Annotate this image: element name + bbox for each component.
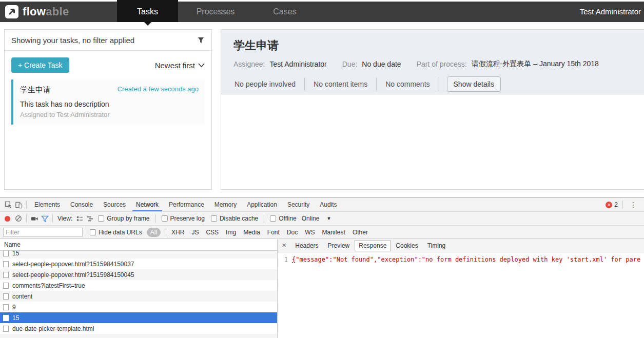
network-filter-icon[interactable] (40, 213, 50, 224)
comments-badge: No comments (384, 80, 431, 88)
type-filter-ws[interactable]: WS (301, 229, 318, 236)
name-column-header[interactable]: Name (0, 239, 277, 251)
flowable-logo[interactable]: flowable (5, 5, 69, 18)
task-assignment: Assigned to Test Administrator (20, 111, 199, 118)
response-body: 1 {"message":"Not found","exception":"no… (278, 252, 644, 338)
divider (26, 214, 27, 223)
assignee-value[interactable]: Test Administrator (269, 60, 326, 68)
show-details-button[interactable]: Show details (447, 76, 501, 92)
filter-funnel-icon[interactable] (197, 36, 205, 44)
hide-data-urls-label: Hide data URLs (99, 229, 142, 236)
due-value[interactable]: No due date (362, 60, 401, 68)
sort-dropdown[interactable]: Newest first (155, 61, 205, 70)
sort-label: Newest first (155, 61, 195, 70)
offline-label: Offline (279, 215, 296, 222)
devtools-tab-elements[interactable]: Elements (31, 198, 64, 211)
error-count-badge[interactable]: ✕ 2 (606, 201, 618, 208)
nav-tab-tasks[interactable]: Tasks (117, 0, 178, 22)
type-filter-media[interactable]: Media (240, 229, 264, 236)
hide-data-urls-checkbox[interactable]: Hide data URLs (90, 229, 142, 236)
record-icon[interactable] (5, 216, 10, 222)
checkbox-icon (98, 215, 104, 222)
assignee-label: Assignee: (233, 60, 265, 68)
top-nav: flowable Tasks Processes Cases Test Admi… (0, 2, 644, 22)
devtools-tab-application[interactable]: Application (243, 198, 281, 211)
task-list-item[interactable]: 学生申请 Created a few seconds ago This task… (11, 79, 205, 125)
preserve-log-checkbox[interactable]: Preserve log (162, 215, 205, 222)
process-label: Part of process: (417, 60, 467, 68)
devtools-tabbar: Elements Console Sources Network Perform… (0, 198, 644, 212)
view-waterfall-icon[interactable] (85, 213, 95, 224)
disable-cache-checkbox[interactable]: Disable cache (211, 215, 258, 222)
detail-tab-timing[interactable]: Timing (423, 240, 450, 251)
task-title: 学生申请 (20, 85, 51, 95)
dropdown-arrow-icon[interactable]: ▼ (326, 216, 331, 221)
detail-tab-headers[interactable]: Headers (291, 240, 322, 251)
people-involved-badge: No people involved (233, 80, 297, 88)
checkbox-icon (270, 215, 276, 222)
file-icon (3, 272, 9, 278)
device-toolbar-icon[interactable] (13, 200, 24, 210)
type-filter-all[interactable]: All (147, 228, 161, 237)
network-request-row-selected[interactable]: 15 (0, 312, 277, 323)
type-filter-font[interactable]: Font (264, 229, 283, 236)
devtools-tab-audits[interactable]: Audits (316, 198, 340, 211)
devtools-tab-security[interactable]: Security (284, 198, 313, 211)
offline-checkbox[interactable]: Offline (270, 215, 296, 222)
inspect-element-icon[interactable] (3, 200, 13, 210)
network-request-row[interactable]: due-date-picker-template.html (0, 323, 277, 334)
devtools-tab-performance[interactable]: Performance (165, 198, 208, 211)
devtools-menu-icon[interactable]: ⋮ (626, 201, 641, 209)
file-icon (3, 326, 9, 332)
network-request-row[interactable]: select-people-popover.html?1515984150045 (0, 269, 277, 280)
throttling-dropdown[interactable]: Online (302, 215, 320, 222)
checkbox-icon (90, 229, 96, 235)
type-filter-manifest[interactable]: Manifest (319, 229, 349, 236)
preserve-log-label: Preserve log (170, 215, 205, 222)
close-icon[interactable]: ✕ (280, 242, 290, 249)
chevron-down-icon (198, 63, 205, 68)
type-filter-other[interactable]: Other (349, 229, 372, 236)
request-detail-tabbar: ✕ Headers Preview Response Cookies Timin… (278, 239, 644, 252)
divider (439, 77, 439, 91)
network-request-row (0, 334, 277, 338)
network-request-row[interactable]: 15 (0, 251, 277, 259)
response-json-text: {"message":"Not found","exception":"no f… (292, 255, 640, 338)
type-filter-img[interactable]: Img (222, 229, 240, 236)
process-value[interactable]: 请假流程-外置表单 – January 15th 2018 (472, 59, 599, 69)
nav-tab-processes[interactable]: Processes (185, 2, 246, 22)
divider (165, 228, 165, 236)
logo-wordmark: flowable (23, 5, 69, 18)
devtools-tab-memory[interactable]: Memory (211, 198, 240, 211)
create-task-button[interactable]: + Create Task (11, 57, 69, 73)
detail-tab-cookies[interactable]: Cookies (392, 240, 422, 251)
screenshot-capture-icon[interactable] (29, 213, 40, 224)
detail-tab-preview[interactable]: Preview (324, 240, 354, 251)
divider (52, 214, 53, 223)
user-menu[interactable]: Test Administrator (580, 2, 641, 22)
type-filter-js[interactable]: JS (188, 229, 202, 236)
group-by-frame-checkbox[interactable]: Group by frame (98, 215, 149, 222)
nav-tab-cases[interactable]: Cases (259, 2, 310, 22)
devtools-tab-sources[interactable]: Sources (100, 198, 129, 211)
clear-icon[interactable] (13, 213, 24, 224)
network-filter-input[interactable] (3, 228, 83, 237)
devtools-tab-network[interactable]: Network (132, 198, 162, 211)
task-created-label: Created a few seconds ago (118, 85, 199, 93)
network-request-row[interactable]: comments?latestFirst=true (0, 280, 277, 291)
network-request-row[interactable]: select-people-popover.html?1515984150037 (0, 259, 277, 269)
type-filter-xhr[interactable]: XHR (168, 229, 188, 236)
error-icon: ✕ (606, 202, 612, 208)
detail-tab-response[interactable]: Response (355, 240, 391, 251)
view-list-icon[interactable] (74, 213, 85, 224)
due-label: Due: (342, 60, 358, 68)
task-list-status-text: Showing your tasks, no filter applied (11, 36, 134, 45)
divider (376, 77, 377, 91)
request-detail-pane: ✕ Headers Preview Response Cookies Timin… (278, 239, 644, 338)
devtools-tab-console[interactable]: Console (67, 198, 96, 211)
type-filter-css[interactable]: CSS (202, 229, 222, 236)
network-request-row[interactable]: 9 (0, 302, 277, 312)
network-request-row[interactable]: content (0, 291, 277, 302)
divider (622, 201, 623, 209)
type-filter-doc[interactable]: Doc (283, 229, 301, 236)
